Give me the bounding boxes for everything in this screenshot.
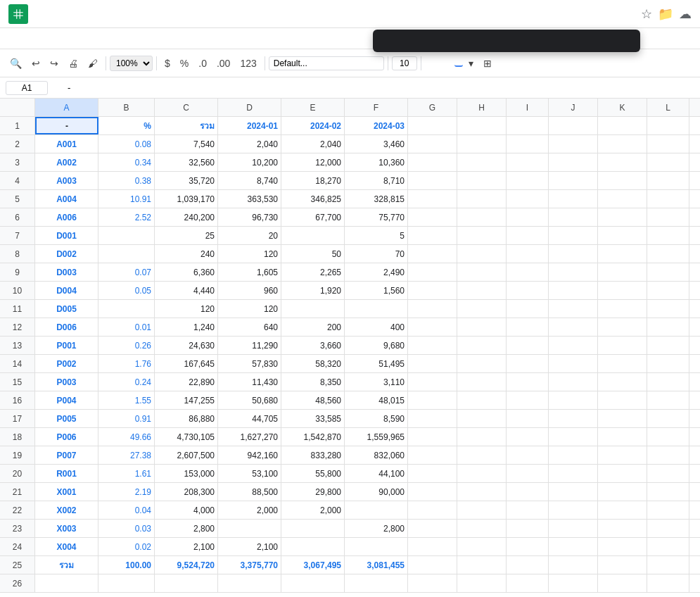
cell[interactable] <box>408 337 457 354</box>
title-actions[interactable]: ☆ 📁 ☁ <box>641 6 692 22</box>
cell[interactable] <box>457 446 507 464</box>
cell[interactable] <box>457 556 507 574</box>
cell[interactable]: 640 <box>218 318 281 336</box>
cell[interactable] <box>507 373 549 391</box>
cell[interactable] <box>647 337 689 354</box>
cell[interactable] <box>507 282 549 299</box>
cell[interactable]: P002 <box>35 355 98 372</box>
cell[interactable]: 20 <box>218 227 281 244</box>
cell[interactable]: 0.03 <box>98 520 155 537</box>
cell[interactable] <box>98 300 155 318</box>
formula-input[interactable] <box>65 81 694 94</box>
cell-reference[interactable] <box>6 81 48 95</box>
cell[interactable]: 147,255 <box>155 391 218 409</box>
cell[interactable]: 27.38 <box>98 446 155 464</box>
cell[interactable] <box>598 556 647 574</box>
currency-button[interactable]: $ <box>160 55 174 72</box>
cell[interactable] <box>647 300 689 318</box>
cell[interactable]: 8,740 <box>218 172 281 189</box>
row-number[interactable]: 12 <box>0 318 35 336</box>
cell[interactable]: 2,265 <box>281 263 345 281</box>
cell[interactable] <box>457 208 507 226</box>
row-number[interactable]: 17 <box>0 410 35 427</box>
cell[interactable]: 18,270 <box>281 172 345 189</box>
cell[interactable] <box>598 263 647 281</box>
cell[interactable]: 153,000 <box>155 465 218 482</box>
cell[interactable] <box>549 446 598 464</box>
cell[interactable]: 1,605 <box>218 263 281 281</box>
more-toolbar-button[interactable]: ▾ <box>464 55 478 72</box>
row-number[interactable]: 10 <box>0 282 35 299</box>
cell[interactable] <box>598 282 647 299</box>
cell[interactable]: D001 <box>35 227 98 244</box>
cell[interactable] <box>549 574 598 592</box>
cell[interactable] <box>549 208 598 226</box>
cell[interactable]: 2,000 <box>218 501 281 519</box>
cell[interactable] <box>507 208 549 226</box>
cell[interactable]: 33,585 <box>281 410 345 427</box>
cell[interactable]: 2,000 <box>281 501 345 519</box>
cell[interactable] <box>457 410 507 427</box>
cell[interactable]: X003 <box>35 520 98 537</box>
cell[interactable]: 67,700 <box>281 208 345 226</box>
cell[interactable] <box>457 117 507 134</box>
col-header-f[interactable]: F <box>345 99 408 116</box>
cell[interactable]: A004 <box>35 190 98 208</box>
cell[interactable] <box>507 538 549 555</box>
cell[interactable]: 9,680 <box>345 337 408 354</box>
cell[interactable] <box>647 574 689 592</box>
cell[interactable]: 75,770 <box>345 208 408 226</box>
cell[interactable]: 50,680 <box>218 391 281 409</box>
cell[interactable] <box>549 282 598 299</box>
cell[interactable]: P007 <box>35 446 98 464</box>
cell[interactable] <box>598 153 647 171</box>
row-number[interactable]: 6 <box>0 208 35 226</box>
cell[interactable] <box>408 227 457 244</box>
cell[interactable]: 1.55 <box>98 391 155 409</box>
cell[interactable] <box>598 300 647 318</box>
cell[interactable] <box>507 520 549 537</box>
cell[interactable]: 55,800 <box>281 465 345 482</box>
cell[interactable]: 4,440 <box>155 282 218 299</box>
cell[interactable] <box>457 172 507 189</box>
cell[interactable]: 942,160 <box>218 446 281 464</box>
cell[interactable]: 12,000 <box>281 153 345 171</box>
row-number[interactable]: 26 <box>0 574 35 592</box>
cell[interactable] <box>549 245 598 263</box>
cell[interactable]: รวม <box>155 117 218 134</box>
cell[interactable] <box>408 465 457 482</box>
cell[interactable] <box>408 208 457 226</box>
cell[interactable]: 1,560 <box>345 282 408 299</box>
cell[interactable] <box>281 300 345 318</box>
cell[interactable]: - <box>35 117 98 134</box>
cell[interactable] <box>408 428 457 446</box>
cell[interactable]: 0.01 <box>98 318 155 336</box>
cell[interactable]: 1.61 <box>98 465 155 482</box>
cell[interactable]: 2,100 <box>218 538 281 555</box>
cell[interactable] <box>507 465 549 482</box>
cell[interactable] <box>647 538 689 555</box>
cell[interactable]: 2,490 <box>345 263 408 281</box>
cell[interactable] <box>598 501 647 519</box>
cell[interactable] <box>549 520 598 537</box>
cell[interactable]: 1.76 <box>98 355 155 372</box>
cell[interactable]: 7,540 <box>155 135 218 153</box>
cell[interactable]: 2,040 <box>218 135 281 153</box>
cell[interactable]: 167,645 <box>155 355 218 372</box>
cell[interactable]: 4,000 <box>155 501 218 519</box>
row-number[interactable]: 5 <box>0 190 35 208</box>
cell[interactable] <box>35 574 98 592</box>
cell[interactable] <box>647 245 689 263</box>
cell[interactable] <box>408 135 457 153</box>
cell[interactable]: P005 <box>35 410 98 427</box>
cell[interactable] <box>457 373 507 391</box>
cell[interactable] <box>647 501 689 519</box>
col-header-c[interactable]: C <box>155 99 218 116</box>
cell[interactable] <box>507 172 549 189</box>
row-number[interactable]: 11 <box>0 300 35 318</box>
cell[interactable] <box>549 318 598 336</box>
cell[interactable] <box>507 483 549 501</box>
cell[interactable] <box>647 355 689 372</box>
cell[interactable] <box>647 446 689 464</box>
cell[interactable] <box>457 300 507 318</box>
